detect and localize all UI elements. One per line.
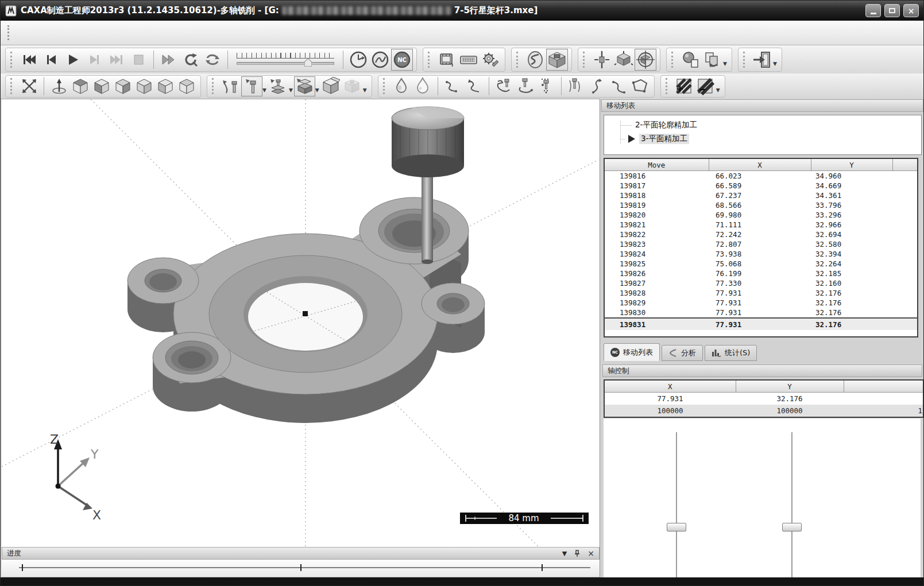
dropdown-icon[interactable]: ▼ (262, 87, 266, 93)
menu-grip[interactable] (7, 25, 11, 40)
back-view-button[interactable] (91, 76, 112, 96)
dropdown-icon[interactable]: ▼ (773, 61, 777, 67)
balloon-note-button[interactable] (679, 49, 701, 71)
axis-y-slider-handle[interactable] (782, 523, 802, 531)
stop-button[interactable] (127, 49, 149, 71)
left-view-button[interactable] (154, 76, 176, 96)
keyboard-button[interactable] (458, 49, 480, 71)
move-row[interactable]: 139822 72.242 32.694 (604, 230, 918, 239)
move-row[interactable]: 139819 68.566 33.796 (604, 200, 918, 210)
spline-oval-button[interactable] (524, 49, 546, 71)
dropdown-icon[interactable]: ▼ (716, 87, 720, 93)
close-panel-icon[interactable]: × (587, 549, 594, 557)
move-row[interactable]: 139816 66.023 34.960 (604, 171, 918, 181)
stock-open-button[interactable] (320, 76, 342, 96)
trace-curve-b-button[interactable] (463, 76, 485, 96)
stock-box-button[interactable] (546, 49, 568, 71)
move-row[interactable]: 139817 66.589 34.669 (604, 181, 918, 191)
move-row[interactable]: 139818 67.237 34.361 (604, 191, 918, 200)
close-button[interactable]: × (903, 4, 919, 17)
move-row[interactable]: 139827 77.330 32.160 (604, 278, 918, 288)
axonometric-view-button[interactable] (48, 76, 69, 96)
path-tool-dots-button[interactable] (536, 76, 557, 96)
maximize-button[interactable] (884, 4, 900, 17)
stock-disabled-button[interactable] (342, 76, 363, 96)
toolbar-grip[interactable] (10, 52, 14, 68)
progress-slider[interactable] (2, 560, 600, 577)
move-row[interactable]: 139829 77.931 32.176 (604, 298, 918, 308)
bottom-view-button[interactable] (133, 76, 154, 96)
path-tool-b-button[interactable] (515, 76, 536, 96)
fast-forward-button[interactable] (158, 49, 180, 71)
move-row[interactable]: 139825 75.068 32.264 (604, 259, 918, 269)
skip-start-button[interactable] (18, 49, 40, 71)
skip-end-button[interactable] (106, 49, 127, 71)
copy-rotate-button[interactable] (701, 49, 723, 71)
top-view-button[interactable] (112, 76, 133, 96)
path-tool-a-button[interactable] (493, 76, 515, 96)
toolbar-grip[interactable] (516, 52, 520, 68)
reload-button[interactable] (202, 49, 223, 71)
tab-analysis[interactable]: 分析 (662, 345, 703, 361)
machine-axes-button[interactable] (635, 49, 656, 71)
dropdown-icon[interactable]: ▼ (315, 87, 319, 93)
exit-button[interactable] (751, 49, 773, 71)
zebra-remove-button[interactable] (695, 76, 716, 96)
tree-item-contour-finish[interactable]: 2-平面轮廓精加工 (620, 120, 697, 130)
toolbar-grip[interactable] (428, 52, 431, 68)
dropdown-icon[interactable]: ▼ (723, 61, 727, 67)
tool-solid-button[interactable] (241, 76, 262, 96)
coolant-on-button[interactable] (412, 76, 434, 96)
toolbar-grip[interactable] (383, 78, 386, 94)
speed-slider[interactable] (237, 53, 334, 67)
move-row[interactable]: 139824 73.938 32.394 (604, 249, 918, 259)
stock-stack-button[interactable] (294, 76, 315, 96)
trace-curve-button[interactable] (369, 49, 391, 71)
toolbar-grip[interactable] (583, 52, 586, 68)
tree-item-plane-finish[interactable]: 3-平面精加工 (620, 134, 689, 144)
step-forward-button[interactable] (84, 49, 106, 71)
toolbar-grip[interactable] (666, 78, 669, 94)
collapse-icon[interactable]: ▼ (562, 550, 567, 557)
toolbar-grip[interactable] (743, 52, 747, 68)
dropdown-icon[interactable]: ▼ (289, 87, 293, 93)
coolant-off-button[interactable] (391, 76, 412, 96)
tool-stack-button[interactable] (268, 76, 289, 96)
settings-gear-button[interactable] (480, 49, 501, 71)
move-row[interactable]: 139821 71.111 32.966 (604, 220, 918, 230)
toolbar-grip[interactable] (671, 52, 675, 68)
trace-curve-a-button[interactable] (442, 76, 463, 96)
tab-statistics[interactable]: 统计(S) (705, 345, 757, 361)
path-loop-button[interactable] (629, 76, 651, 96)
path-tool-button[interactable] (220, 76, 241, 96)
play-button[interactable] (62, 49, 84, 71)
col-header-x[interactable]: X (709, 158, 811, 171)
zebra-add-button[interactable] (674, 76, 695, 96)
viewport-3d[interactable]: Z Y X 84 mm (2, 99, 600, 547)
tab-move-list[interactable]: NC 移动列表 (604, 343, 660, 361)
clock-gauge-button[interactable] (347, 49, 369, 71)
step-back-button[interactable] (40, 49, 62, 71)
front-view-button[interactable] (69, 76, 91, 96)
current-move-row[interactable]: 139831 77.931 32.176 (604, 318, 918, 330)
toolbar-grip[interactable] (10, 78, 14, 94)
path-e-button[interactable] (608, 76, 629, 96)
col-header-move[interactable]: Move (604, 158, 709, 171)
move-row[interactable]: 139830 77.931 32.176 (604, 308, 918, 318)
dropdown-icon[interactable]: ▼ (363, 87, 367, 93)
progress-handle[interactable] (300, 564, 301, 571)
axis-x-slider-handle[interactable] (667, 523, 686, 531)
move-row[interactable]: 139826 76.199 32.185 (604, 269, 918, 278)
move-row[interactable]: 139823 72.807 32.580 (604, 239, 918, 249)
move-row[interactable]: 139828 77.931 32.176 (604, 288, 918, 298)
pin-icon[interactable] (574, 550, 581, 557)
toolbar-grip[interactable] (212, 78, 215, 94)
fit-view-button[interactable] (18, 76, 40, 96)
tool-axis-button[interactable] (591, 49, 613, 71)
path-d-button[interactable] (587, 76, 608, 96)
path-tool-c-button[interactable] (566, 76, 587, 96)
stock-axes-button[interactable] (613, 49, 635, 71)
right-view-button[interactable] (176, 76, 197, 96)
move-row[interactable]: 139820 69.980 33.296 (604, 210, 918, 220)
speed-slider-handle[interactable] (304, 59, 312, 67)
